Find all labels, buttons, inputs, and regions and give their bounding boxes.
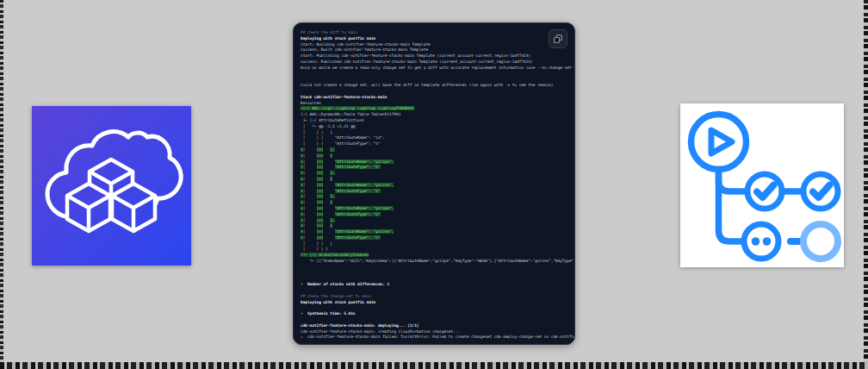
terminal-line <box>301 317 567 323</box>
terminal-text-segment: success: Built cdk-notifier-feature-stac… <box>301 47 428 52</box>
terminal-line: +│ [+] { <box>301 153 567 159</box>
terminal-text-segment <box>305 223 316 228</box>
terminal-line: +│ [+] "AttributeName": "gsi2sk", <box>301 229 567 235</box>
dot-1 <box>752 237 760 246</box>
terminal-text-segment: +[+] AWS::Logs::LogGroup LogGroup LogGro… <box>301 106 414 110</box>
terminal-line: Hold on while we create a read-only chan… <box>301 66 567 72</box>
terminal-text-segment: "AttributeType": "S" <box>335 212 381 216</box>
terminal-text-segment: { <box>330 223 332 228</box>
terminal-text-segment: ✶ <box>301 282 307 286</box>
terminal-line: Deploying with stack postfix main <box>301 300 567 306</box>
terminal-text-segment <box>305 194 316 198</box>
terminal-text-segment: "AttributeName": "gsi2pk", <box>335 206 394 210</box>
terminal-line: success: Built cdk-notifier-feature-stac… <box>301 47 567 53</box>
terminal-line <box>301 77 567 83</box>
terminal-line: +│ [+] }, <box>301 194 567 200</box>
terminal-text-segment: "AttributeName": "gsi1pk", <box>335 159 394 164</box>
terminal-line <box>301 265 567 271</box>
checkmark-icon-1 <box>757 185 774 198</box>
terminal-text-segment <box>305 165 316 169</box>
terminal-text-segment: "AttributeType": "S" <box>335 235 381 240</box>
terminal-text-segment: }, <box>330 171 334 175</box>
terminal-text-segment: [~] AWS::DynamoDB::Table Table TableCD11… <box>301 112 400 116</box>
terminal-text-segment <box>305 200 316 204</box>
play-circle <box>691 115 747 170</box>
terminal-line: │ [ ] "AttributeType": "S" <box>301 141 567 147</box>
terminal-text-segment: success: Published cdk-notifier-feature-… <box>301 59 533 64</box>
terminal-text-segment <box>323 189 334 193</box>
terminal-text-segment: │ [ ] ] <box>301 247 328 251</box>
terminal-line: ✶ Synthesis time: 5.01s <box>301 311 567 317</box>
terminal-text-segment <box>305 171 316 175</box>
copy-button[interactable] <box>549 29 567 48</box>
terminal-text-segment: { <box>330 153 332 158</box>
terminal-line: +│ [+] }, <box>301 218 567 224</box>
terminal-text-segment: │ [ ] "AttributeType": "S" <box>301 141 381 146</box>
terminal-text-segment <box>323 165 334 169</box>
terminal-text-segment: │ └─ @@ -2,5 +2,21 @@ <box>301 124 355 128</box>
terminal-text-segment <box>323 206 334 210</box>
terminal-line: +│ [+] "AttributeType": "S" <box>301 189 567 195</box>
connector-to-check1 <box>719 170 747 192</box>
terminal-text-segment: "AttributeName": "gsi2sk", <box>335 229 394 234</box>
terminal-text-segment: start: Publishing cdk-notifier-feature-s… <box>301 53 530 58</box>
checkmark-icon-2 <box>813 185 830 198</box>
terminal-line <box>301 89 567 95</box>
terminal-text-segment: ## Check the diff to main <box>301 30 357 34</box>
terminal-text-segment: Resources <box>301 101 321 105</box>
terminal-line <box>301 271 567 277</box>
terminal-line <box>301 305 567 311</box>
terminal-text-segment <box>305 235 316 240</box>
terminal-line: ## Check the diff to main <box>301 30 567 36</box>
terminal-line: Resources <box>301 101 567 107</box>
terminal-text-segment: Number of stacks with differences: 1 <box>307 282 389 286</box>
terminal-text-segment: cdk-notifier-feature-stacks-main: creati… <box>301 329 460 334</box>
terminal-line: cdk-notifier-feature-stacks-main: creati… <box>301 329 567 335</box>
terminal-text-segment: │ [ ] } <box>301 241 332 246</box>
terminal-line: +│ [+] "AttributeType": "S" <box>301 212 567 218</box>
terminal-text-segment: { <box>330 200 332 204</box>
edge-noise-left <box>0 0 3 369</box>
terminal-line: +│ [+] "AttributeType": "S" <box>301 235 567 241</box>
terminal-text-segment: Deploying with stack postfix main <box>301 300 375 304</box>
terminal-line <box>301 288 567 294</box>
terminal-text-segment: Could not create a change set, will base… <box>301 83 553 87</box>
terminal-text-segment <box>305 189 316 193</box>
terminal-text-segment: Deploying with stack postfix main <box>301 36 375 41</box>
pending-circle <box>803 224 838 259</box>
terminal-line: +│ [+] "AttributeName": "gsi1sk", <box>301 183 567 189</box>
terminal-line: start: Building cdk-notifier-feature-sta… <box>301 42 567 48</box>
terminal-text-segment: └─ [{"IndexName":"GSI1","KeySchema":[{"A… <box>301 259 574 263</box>
workflow-pipeline-icon <box>680 103 844 267</box>
terminal-text-segment <box>323 183 334 187</box>
terminal-text-segment <box>305 206 316 210</box>
terminal-body[interactable]: ## Check the diff to mainDeploying with … <box>294 23 574 344</box>
terminal-text-segment: "AttributeType": "S" <box>335 165 381 169</box>
terminal-text-segment: ✶ <box>301 311 307 316</box>
terminal-line: ✕ cdk-notifier-feature-stacks-main faile… <box>301 335 567 341</box>
terminal-text-segment: cdk-notifier-feature-stacks-main failed:… <box>303 335 574 339</box>
terminal-line: ✶ Number of stacks with differences: 1 <box>301 282 567 288</box>
terminal-line: Deploying with stack postfix main <box>301 36 567 42</box>
terminal-line: │ └─ @@ -2,5 +2,21 @@ <box>301 124 567 130</box>
terminal-line: +│ [+] { <box>301 200 567 206</box>
dot-2 <box>763 237 772 246</box>
canvas: ## Check the diff to mainDeploying with … <box>0 0 868 369</box>
cube-bottom-right <box>112 184 155 231</box>
terminal-text-segment: }, <box>330 147 334 152</box>
edge-noise-bottom <box>0 362 868 369</box>
terminal-text-segment: Stack cdk-notifier-feature-stacks-main <box>301 95 387 99</box>
terminal-text-segment: "AttributeName": "gsi1sk", <box>335 183 394 187</box>
terminal-text-segment <box>305 229 316 234</box>
terminal-text-segment <box>323 212 334 216</box>
terminal-text-segment: ## Check the change-set to main <box>301 294 371 298</box>
terminal-line: ├─ [~] AttributeDefinitions <box>301 118 567 124</box>
terminal-text-segment <box>305 159 316 164</box>
terminal-line <box>301 276 567 282</box>
github-actions-icon <box>680 103 844 267</box>
terminal-text-segment <box>323 235 334 240</box>
terminal-text-segment: ├─ [~] AttributeDefinitions <box>301 118 364 122</box>
terminal-text-segment <box>305 218 316 222</box>
terminal-line: +│ [+] "AttributeName": "gsi2pk", <box>301 206 567 212</box>
terminal-text-segment: +└─ [+] GlobalSecondaryIndexes <box>301 253 369 257</box>
